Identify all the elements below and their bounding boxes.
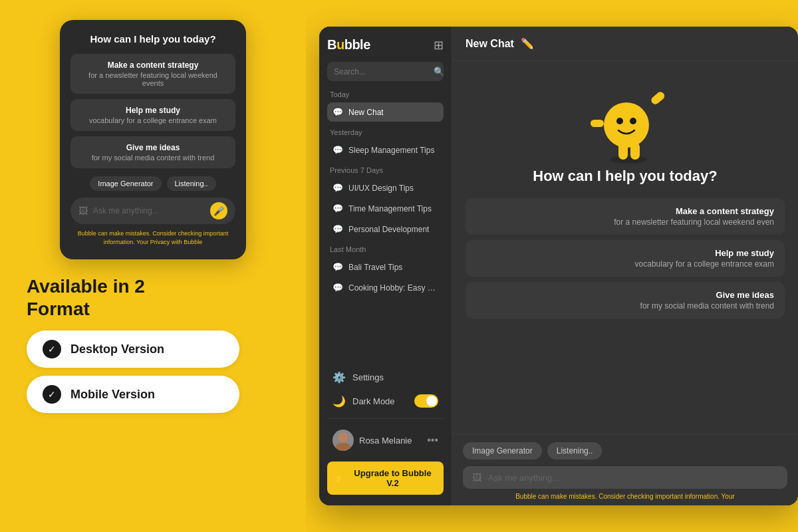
chat-item-bali-text: Bali Travel Tips (348, 263, 402, 272)
mobile-card-2-sub: vocabulary for a college entrance exam (80, 116, 226, 124)
mobile-version-label: Mobile Version (70, 388, 155, 402)
suggestion-card-1[interactable]: Make a content strategy for a newsletter… (466, 198, 785, 235)
mobile-input-placeholder: Ask me anything... (93, 206, 210, 215)
mobile-welcome-title: How can I help you today? (70, 33, 235, 45)
search-input[interactable] (334, 67, 434, 76)
chat-item-time[interactable]: 💬 Time Management Tips (327, 199, 444, 218)
welcome-heading: How can I help you today? (533, 168, 717, 185)
desktop-version-button[interactable]: ✓ Desktop Version (27, 331, 239, 368)
upgrade-label: Upgrade to Bubble V.2 (348, 468, 437, 488)
mobile-input-row: 🖼 Ask me anything... 🎤 (70, 198, 235, 224)
svg-point-9 (630, 118, 636, 124)
image-attach-icon: 🖼 (472, 472, 481, 483)
chat-icon-time: 💬 (332, 203, 343, 213)
suggestion-2-sub: vocabulary for a college entrance exam (476, 259, 774, 269)
suggestion-1-title: Make a content strategy (476, 206, 774, 216)
main-content: New Chat ✏️ (452, 27, 798, 505)
chat-item-new-chat[interactable]: 💬 New Chat (327, 102, 444, 122)
chat-item-cooking[interactable]: 💬 Cooking Hobby: Easy Re... (327, 278, 444, 297)
suggestion-card-3[interactable]: Give me ideas for my social media conten… (466, 282, 785, 319)
sidebar-footer: ⚙️ Settings 🌙 Dark Mode (327, 366, 444, 495)
search-icon: 🔍 (434, 66, 444, 76)
svg-point-1 (335, 443, 351, 451)
edit-icon[interactable]: ✏️ (521, 37, 534, 50)
mobile-disclaimer: Bubble can make mistakes. Consider check… (70, 229, 235, 246)
section-label-lastmonth: Last Month (327, 245, 444, 253)
image-generator-button[interactable]: Image Generator (463, 442, 542, 460)
search-box[interactable]: 🔍 (327, 62, 444, 81)
mobile-card-3-title: Give me ideas (80, 143, 226, 152)
mobile-card-1[interactable]: Make a content strategy for a newsletter… (70, 54, 235, 94)
footer-buttons: Image Generator Listening.. (463, 442, 787, 460)
chat-item-uiux[interactable]: 💬 UI/UX Design Tips (327, 178, 444, 198)
left-section: How can I help you today? Make a content… (0, 0, 306, 532)
format-title: Available in 2 Format (27, 275, 239, 320)
user-menu-icon[interactable]: ••• (427, 434, 438, 446)
mobile-card-1-title: Make a content strategy (80, 61, 226, 70)
settings-label: Settings (352, 372, 384, 382)
mobile-card-3-sub: for my social media content with trend (80, 154, 226, 162)
chat-icon-bali: 💬 (332, 262, 343, 272)
new-chat-icon[interactable]: ⊞ (434, 38, 444, 53)
suggestion-1-sub: for a newsletter featuring local weekend… (476, 217, 774, 227)
right-section: Bubble ⊞ 🔍 Today 💬 New Chat Yesterday 💬 … (306, 0, 798, 532)
settings-icon: ⚙️ (332, 371, 346, 384)
main-input-placeholder: Ask me anything... (488, 473, 778, 483)
user-row[interactable]: Rosa Melanie ••• (327, 424, 444, 456)
chat-item-cooking-text: Cooking Hobby: Easy Re... (348, 283, 438, 293)
chat-item-personal[interactable]: 💬 Personal Development (327, 219, 444, 239)
mobile-card-2-title: Help me study (80, 106, 226, 115)
listening-button[interactable]: Listening.. (547, 442, 602, 460)
suggestion-cards: Make a content strategy for a newsletter… (466, 198, 785, 319)
chat-icon-cooking: 💬 (332, 283, 343, 293)
mobile-version-button[interactable]: ✓ Mobile Version (27, 376, 239, 413)
suggestion-3-sub: for my social media content with trend (476, 301, 774, 311)
dark-mode-label: Dark Mode (352, 396, 395, 406)
chat-area: How can I help you today? Make a content… (452, 61, 798, 434)
mobile-card-1-sub: for a newsletter featuring local weekend… (80, 71, 226, 87)
svg-point-7 (604, 102, 649, 148)
main-header: New Chat ✏️ (452, 27, 798, 61)
upgrade-button[interactable]: ⚡ Upgrade to Bubble V.2 (327, 462, 444, 495)
mobile-image-icon: 🖼 (78, 205, 88, 216)
mobile-mic-button[interactable]: 🎤 (210, 202, 227, 219)
chat-icon-uiux: 💬 (332, 183, 343, 193)
settings-item[interactable]: ⚙️ Settings (327, 366, 444, 389)
toggle-knob (426, 396, 437, 406)
svg-rect-5 (650, 90, 666, 106)
svg-point-2 (610, 156, 647, 164)
dark-mode-item[interactable]: 🌙 Dark Mode (327, 389, 444, 413)
section-label-yesterday: Yesterday (327, 128, 444, 136)
mobile-card-2[interactable]: Help me study vocabulary for a college e… (70, 99, 235, 131)
suggestion-3-title: Give me ideas (476, 290, 774, 300)
avatar (332, 430, 354, 451)
chat-item-sleep-text: Sleep Management Tips (348, 146, 434, 155)
main-header-title: New Chat (466, 38, 514, 50)
sidebar-header: Bubble ⊞ (327, 37, 444, 53)
chat-item-bali[interactable]: 💬 Bali Travel Tips (327, 257, 444, 277)
suggestion-card-2[interactable]: Help me study vocabulary for a college e… (466, 240, 785, 277)
main-input-row[interactable]: 🖼 Ask me anything... (463, 466, 787, 489)
mobile-image-generator-button[interactable]: Image Generator (90, 176, 161, 191)
main-footer: Image Generator Listening.. 🖼 Ask me any… (452, 434, 798, 505)
sidebar: Bubble ⊞ 🔍 Today 💬 New Chat Yesterday 💬 … (319, 27, 452, 505)
desktop-version-label: Desktop Version (70, 342, 164, 356)
mobile-listening-button[interactable]: Listening.. (167, 176, 216, 191)
section-label-prev7: Previous 7 Days (327, 166, 444, 174)
suggestion-2-title: Help me study (476, 248, 774, 258)
lightning-icon: ⚡ (334, 473, 344, 483)
chat-item-sleep[interactable]: 💬 Sleep Management Tips (327, 140, 444, 160)
chat-icon-sleep: 💬 (332, 145, 343, 155)
sidebar-divider (327, 418, 444, 419)
mascot (585, 81, 665, 161)
dark-mode-toggle[interactable] (414, 394, 438, 408)
mobile-check-icon: ✓ (43, 385, 61, 404)
svg-point-0 (338, 433, 348, 442)
mobile-mockup: How can I help you today? Make a content… (60, 20, 246, 259)
desktop-check-icon: ✓ (43, 340, 61, 358)
bubble-logo: Bubble (327, 37, 370, 53)
mobile-card-3[interactable]: Give me ideas for my social media conten… (70, 136, 235, 168)
chat-item-personal-text: Personal Development (348, 225, 429, 234)
user-name: Rosa Melanie (359, 436, 422, 446)
section-label-today: Today (327, 90, 444, 98)
